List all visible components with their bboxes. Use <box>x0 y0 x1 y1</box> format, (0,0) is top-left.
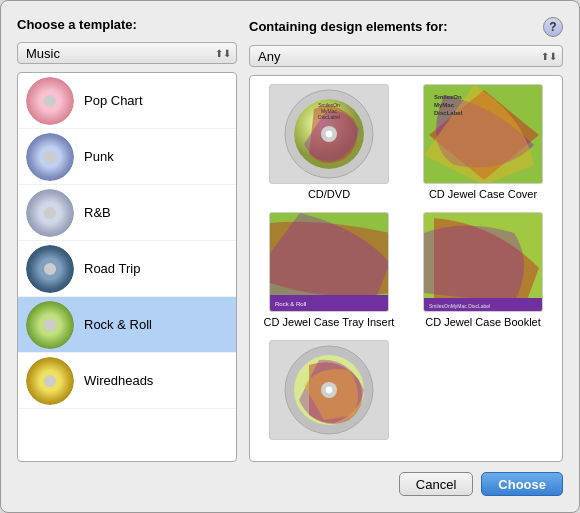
svg-text:SmilesOnMyMac DiscLabel: SmilesOnMyMac DiscLabel <box>429 303 490 309</box>
filter-select[interactable]: Any CD/DVD CD Jewel Case Cover CD Jewel … <box>249 45 563 67</box>
svg-text:SmilesOn: SmilesOn <box>434 94 462 100</box>
list-item-road-trip[interactable]: Road Trip <box>18 241 236 297</box>
template-label-cd-dvd: CD/DVD <box>308 188 350 200</box>
list-item-thumb-pop-chart <box>26 77 74 125</box>
templates-scroll-container: SmilesOn MyMac DiscLabel CD/DVD <box>249 75 563 462</box>
disc-pop-chart <box>26 77 74 125</box>
svg-text:DiscLabel: DiscLabel <box>434 110 463 116</box>
list-item-label-pop-chart: Pop Chart <box>84 93 143 108</box>
content-row: Choose a template: Music Business Person… <box>17 17 563 462</box>
template-svg-jewel-tray: Rock & Roll <box>270 213 389 312</box>
template-thumb-cd-jewel-booklet: SmilesOnMyMac DiscLabel <box>423 212 543 312</box>
template-label-cd-jewel-cover: CD Jewel Case Cover <box>429 188 537 200</box>
disc-inner-rock-roll <box>44 319 56 331</box>
list-item-punk[interactable]: Punk <box>18 129 236 185</box>
list-item-thumb-rock-roll <box>26 301 74 349</box>
category-select[interactable]: Music Business Personal Education <box>17 42 237 64</box>
template-label-cd-jewel-booklet: CD Jewel Case Booklet <box>425 316 541 328</box>
list-item-pop-chart[interactable]: Pop Chart <box>18 73 236 129</box>
template-thumb-cd-jewel-cover: SmilesOn MyMac DiscLabel <box>423 84 543 184</box>
template-svg-cd-dvd-2 <box>284 345 374 435</box>
list-item-label-wiredheads: Wiredheads <box>84 373 153 388</box>
template-thumb-cd-jewel-tray: Rock & Roll <box>269 212 389 312</box>
list-item-thumb-punk <box>26 133 74 181</box>
left-panel-label: Choose a template: <box>17 17 237 32</box>
cancel-button[interactable]: Cancel <box>399 472 473 496</box>
disc-rock-roll <box>26 301 74 349</box>
disc-inner-rb <box>44 207 56 219</box>
template-label-cd-jewel-tray: CD Jewel Case Tray Insert <box>264 316 395 328</box>
disc-inner-pop-chart <box>44 95 56 107</box>
right-header: Containing design elements for: ? <box>249 17 563 37</box>
help-button[interactable]: ? <box>543 17 563 37</box>
list-item-wiredheads[interactable]: Wiredheads <box>18 353 236 409</box>
list-item-thumb-wiredheads <box>26 357 74 405</box>
svg-text:DiscLabel: DiscLabel <box>318 114 340 120</box>
choose-button[interactable]: Choose <box>481 472 563 496</box>
footer: Cancel Choose <box>17 472 563 496</box>
left-panel: Choose a template: Music Business Person… <box>17 17 237 462</box>
list-item-thumb-road-trip <box>26 245 74 293</box>
list-item-rock-roll[interactable]: Rock & Roll <box>18 297 236 353</box>
list-item-label-road-trip: Road Trip <box>84 261 140 276</box>
template-list-scroll[interactable]: Pop Chart Punk <box>18 73 236 461</box>
disc-inner-road-trip <box>44 263 56 275</box>
template-item-cd-dvd[interactable]: SmilesOn MyMac DiscLabel CD/DVD <box>258 84 400 200</box>
disc-wiredheads <box>26 357 74 405</box>
disc-punk <box>26 133 74 181</box>
category-select-container: Music Business Personal Education ⬆⬇ <box>17 42 237 64</box>
svg-text:Rock & Roll: Rock & Roll <box>275 301 306 307</box>
list-item-rb[interactable]: R&B <box>18 185 236 241</box>
disc-rb <box>26 189 74 237</box>
template-thumb-cd-dvd: SmilesOn MyMac DiscLabel <box>269 84 389 184</box>
template-item-cd-dvd-2[interactable] <box>258 340 400 444</box>
template-item-cd-jewel-booklet[interactable]: SmilesOnMyMac DiscLabel CD Jewel Case Bo… <box>412 212 554 328</box>
right-panel-label: Containing design elements for: <box>249 19 535 34</box>
svg-point-21 <box>325 386 333 394</box>
list-item-thumb-rb <box>26 189 74 237</box>
disc-inner-punk <box>44 151 56 163</box>
list-item-label-punk: Punk <box>84 149 114 164</box>
disc-road-trip <box>26 245 74 293</box>
template-svg-jewel-booklet: SmilesOnMyMac DiscLabel <box>424 213 543 312</box>
filter-select-container: Any CD/DVD CD Jewel Case Cover CD Jewel … <box>249 45 563 67</box>
disc-inner-wiredheads <box>44 375 56 387</box>
right-panel: Containing design elements for: ? Any CD… <box>249 17 563 462</box>
list-item-label-rock-roll: Rock & Roll <box>84 317 152 332</box>
templates-grid[interactable]: SmilesOn MyMac DiscLabel CD/DVD <box>250 76 562 461</box>
template-svg-cd-dvd: SmilesOn MyMac DiscLabel <box>284 89 374 179</box>
list-item-label-rb: R&B <box>84 205 111 220</box>
dialog: Choose a template: Music Business Person… <box>0 0 580 513</box>
svg-text:MyMac: MyMac <box>434 102 455 108</box>
template-item-cd-jewel-cover[interactable]: SmilesOn MyMac DiscLabel CD Jewel Case C… <box>412 84 554 200</box>
template-item-cd-jewel-tray[interactable]: Rock & Roll CD Jewel Case Tray Insert <box>258 212 400 328</box>
template-list-container: Pop Chart Punk <box>17 72 237 462</box>
template-svg-jewel-cover: SmilesOn MyMac DiscLabel <box>424 85 543 184</box>
template-thumb-cd-dvd-2 <box>269 340 389 440</box>
svg-point-4 <box>325 130 333 138</box>
